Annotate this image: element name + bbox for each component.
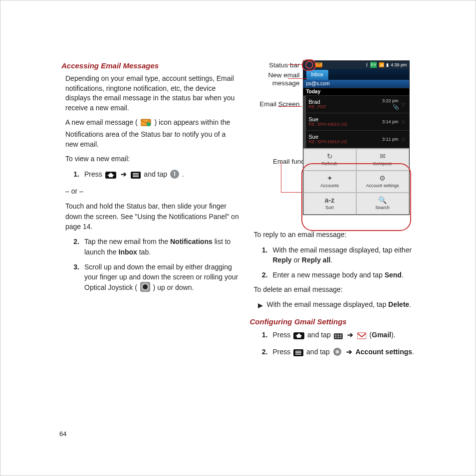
battery-icon: ▮ xyxy=(386,62,389,68)
svg-marker-24 xyxy=(258,303,263,308)
arrow-icon: ➔ xyxy=(121,170,127,178)
menu-search: 🔍Search xyxy=(356,193,409,215)
step-number: 1. xyxy=(254,330,273,342)
manual-page: Accessing Email Messages Depending on yo… xyxy=(0,0,476,476)
signal-icon: 📶 xyxy=(379,62,384,68)
menu-accounts: ✦Accounts xyxy=(303,171,356,193)
phone-status-bar: ᛒ EV 📶 ▮ 4:39 pm xyxy=(303,61,409,69)
refresh-icon: ↻ xyxy=(327,153,333,160)
paragraph: To reply to an email message: xyxy=(254,230,429,240)
text: and tap xyxy=(144,170,169,178)
ordered-steps: 1. Press ➔ and tap . xyxy=(65,169,240,181)
home-key-icon xyxy=(293,332,304,342)
email-row: BradRE: PDF 3:22 pm📎 ☆ xyxy=(303,96,409,113)
step-number: 2. xyxy=(254,270,273,280)
bold: Notifications xyxy=(170,238,213,245)
text: tab. xyxy=(137,248,151,256)
text: A new email message ( xyxy=(65,118,140,126)
step-number: 1. xyxy=(65,169,84,181)
paragraph: Depending on your email type, account se… xyxy=(65,74,240,113)
status-new-email-icon xyxy=(315,62,322,67)
step-number: 2. xyxy=(254,347,273,359)
callout-labels: Status bar New email message Email Scree… xyxy=(254,60,300,225)
gmail-icon xyxy=(357,332,366,342)
text: ) up or down. xyxy=(153,283,194,291)
email-time: 3:14 pm xyxy=(382,119,399,125)
status-time: 4:39 pm xyxy=(391,62,407,68)
menu-refresh: ↻Refresh xyxy=(303,149,356,171)
step-number: 1. xyxy=(254,245,273,265)
email-subject: RE: PDF xyxy=(309,105,380,110)
notifications-icon xyxy=(170,170,179,181)
callout-status-bar: Status bar xyxy=(269,61,300,69)
ordered-steps: 1. With the email message displayed, tap… xyxy=(254,245,429,280)
callout-email-screen: Email Screen xyxy=(259,100,299,108)
email-row: SueRE: SPH-M910 UG 3:14 pm ☆ xyxy=(303,113,409,131)
step-1-or: – or – xyxy=(65,186,240,196)
star-icon: ☆ xyxy=(401,100,406,109)
email-row: SueRE: SPH-M910 UG 3:11 pm ☆ xyxy=(303,131,409,148)
step-text: With the email message displayed, tap ei… xyxy=(273,245,429,265)
search-icon: 🔍 xyxy=(378,197,387,204)
callout-new-email: New email message xyxy=(254,71,300,87)
step-text: Press ➔ and tap . xyxy=(84,169,240,181)
gear-icon xyxy=(333,347,342,359)
menu-sort: a-zSort xyxy=(303,193,356,215)
phone-tab-bar: Inbox xyxy=(303,69,409,80)
menu-account-settings: ⚙Account settings xyxy=(356,171,409,193)
apps-grid-icon xyxy=(334,332,343,342)
paragraph: To delete an email message: xyxy=(254,285,429,295)
text: Press xyxy=(84,170,104,178)
new-email-envelope-icon xyxy=(141,119,152,130)
step-1-alt: Touch and hold the Status bar, then slid… xyxy=(65,201,240,232)
gmail-step-2: 2. Press and tap ➔ Account settings. xyxy=(254,347,429,359)
gear-icon: ⚙ xyxy=(379,175,386,182)
star-icon: ☆ xyxy=(401,135,406,144)
phone-options-menu: ↻Refresh ✉Compose ✦Accounts ⚙Account set… xyxy=(303,148,409,215)
step-text: With the email message displayed, tap De… xyxy=(267,300,412,311)
page-number: 64 xyxy=(59,430,66,438)
reply-step-1: 1. With the email message displayed, tap… xyxy=(254,245,429,265)
triangle-bullet-icon xyxy=(258,301,263,311)
star-icon: ☆ xyxy=(401,118,406,126)
step-1: 1. Press ➔ and tap . xyxy=(65,169,240,181)
arrow-icon: ➔ xyxy=(347,331,353,339)
email-subject: RE: SPH-M910 UG xyxy=(309,122,380,127)
step-text: Enter a new message body and tap Send. xyxy=(273,270,429,280)
phone-screenshot: ᛒ EV 📶 ▮ 4:39 pm Inbox ps@s.com Today Br… xyxy=(303,60,410,215)
step-number: 2. xyxy=(65,237,84,257)
day-header: Today xyxy=(303,88,409,96)
section-heading-accessing-email: Accessing Email Messages xyxy=(61,60,240,71)
text: Tap the new email from the xyxy=(84,238,170,245)
menu-key-icon xyxy=(293,349,303,359)
menu-key-icon xyxy=(131,171,141,181)
menu-compose: ✉Compose xyxy=(356,149,409,171)
email-subject: RE: SPH-M910 UG xyxy=(309,140,380,145)
bold: Inbox xyxy=(119,248,137,256)
paragraph: A new email message ( ) icon appears wit… xyxy=(65,118,240,149)
inbox-tab: Inbox xyxy=(306,70,328,80)
right-column: Status bar New email message Email Scree… xyxy=(254,60,429,451)
optical-joystick-icon xyxy=(140,282,150,294)
network-icon: EV xyxy=(370,62,377,67)
ordered-steps: 1. Press and tap ➔ (Gmail). 2. Press and xyxy=(254,330,429,359)
gmail-step-1: 1. Press and tap ➔ (Gmail). xyxy=(254,330,429,342)
delete-step: With the email message displayed, tap De… xyxy=(258,300,429,311)
step-text: Tap the new email from the Notifications… xyxy=(84,237,240,257)
left-column: Accessing Email Messages Depending on yo… xyxy=(65,60,240,451)
home-key-icon xyxy=(105,171,116,181)
step-number: 3. xyxy=(65,262,84,295)
email-time: 3:22 pm xyxy=(382,98,399,104)
account-header: ps@s.com xyxy=(303,80,409,88)
step-text: Press and tap ➔ (Gmail). xyxy=(273,330,429,342)
step-text: Scroll up and down the email by either d… xyxy=(84,262,240,295)
compose-icon: ✉ xyxy=(380,153,386,160)
paragraph: To view a new email: xyxy=(65,154,240,164)
arrow-icon: ➔ xyxy=(346,348,352,356)
reply-step-2: 2. Enter a new message body and tap Send… xyxy=(254,270,429,280)
ordered-steps: 2. Tap the new email from the Notificati… xyxy=(65,237,240,294)
text: . xyxy=(182,170,184,178)
accounts-icon: ✦ xyxy=(327,175,333,182)
email-time: 3:11 pm xyxy=(382,136,399,143)
step-3: 3. Scroll up and down the email by eithe… xyxy=(65,262,240,295)
